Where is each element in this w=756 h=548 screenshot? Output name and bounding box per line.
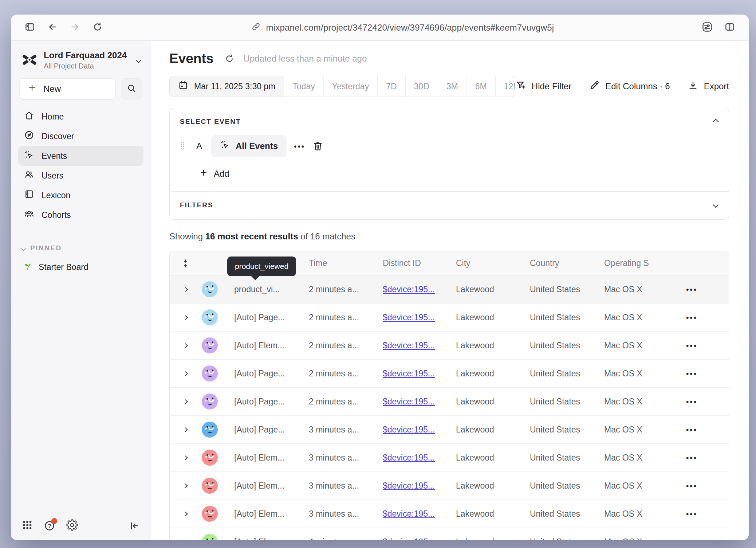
event-name-cell[interactable]: [Auto] Elem... [223,453,309,463]
distinct-id-link[interactable]: $device:195... [383,285,435,294]
date-picker-button[interactable]: Mar 11, 2025 3:30 pm [170,76,284,97]
column-header-country[interactable]: Country [530,258,604,268]
table-row[interactable]: [Auto] Elem...3 minutes a...$device:195.… [170,444,729,472]
column-header-city[interactable]: City [456,258,530,268]
row-actions-button[interactable]: ••• [686,510,697,518]
event-name-cell[interactable]: [Auto] Page... [223,369,309,379]
row-expand-button[interactable] [170,400,201,403]
event-name-cell[interactable]: [Auto] Elem... [223,341,309,351]
event-name-cell[interactable]: [Auto] Page... [223,425,309,435]
row-expand-button[interactable] [170,344,201,347]
chevron-up-icon[interactable] [714,118,718,125]
table-row[interactable]: [Auto] Elem...4 minutes a...$device:195.… [170,528,729,540]
range-today-button[interactable]: Today [284,76,323,97]
events-table: product_viewed Time Distinct ID City Cou… [169,251,729,540]
table-row[interactable]: [Auto] Elem...3 minutes a...$device:195.… [170,500,729,528]
row-actions-button[interactable]: ••• [686,538,697,540]
row-actions-button[interactable]: ••• [686,314,697,321]
row-actions-button[interactable]: ••• [686,426,697,434]
table-row[interactable]: [Auto] Page...3 minutes a...$device:195.… [170,416,729,444]
url-text: mixpanel.com/project/3472420/view/397469… [266,23,554,33]
event-selector-chip[interactable]: All Events [211,135,287,157]
range-6m-button[interactable]: 6M [466,76,495,97]
row-actions-button[interactable]: ••• [686,342,697,349]
browser-back-button[interactable] [43,19,62,36]
sidebar-item-home[interactable]: Home [18,107,143,126]
refresh-results-button[interactable] [224,54,235,64]
table-row[interactable]: [Auto] Page...2 minutes a...$device:195.… [170,360,729,388]
pinned-header[interactable]: PINNED [18,244,143,252]
event-name-cell[interactable]: [Auto] Elem... [223,537,309,540]
row-expand-button[interactable] [170,372,201,375]
distinct-id-link[interactable]: $device:195... [383,537,435,540]
distinct-id-link[interactable]: $device:195... [383,425,435,434]
sidebar-item-lexicon[interactable]: Lexicon [18,185,143,205]
browser-page-settings-button[interactable] [698,19,717,36]
row-actions-button[interactable]: ••• [686,286,697,293]
distinct-id-link[interactable]: $device:195... [383,397,435,406]
help-button[interactable]: ? [44,520,55,532]
event-name-cell[interactable]: [Auto] Page... [223,313,309,322]
distinct-id-link[interactable]: $device:195... [383,453,435,462]
range-30d-button[interactable]: 30D [405,76,438,97]
avatar-face-icon [201,533,218,540]
export-button[interactable]: Export [688,80,729,93]
distinct-id-link[interactable]: $device:195... [383,313,435,322]
range-7d-button[interactable]: 7D [377,76,405,97]
distinct-id-link[interactable]: $device:195... [383,481,435,490]
collapse-all-rows-button[interactable] [170,258,201,269]
row-actions-button[interactable]: ••• [686,370,697,377]
event-avatar [201,309,223,326]
time-cell: 3 minutes a... [309,425,383,435]
range-3m-button[interactable]: 3M [438,76,466,97]
sidebar-item-discover[interactable]: Discover [18,126,143,146]
sidebar-item-users[interactable]: Users [18,166,143,185]
new-button[interactable]: New [20,78,116,99]
row-expand-button[interactable] [170,428,201,431]
project-switcher[interactable]: Lord Farquaad 2024 All Project Data [18,48,143,78]
table-row[interactable]: [Auto] Elem...2 minutes a...$device:195.… [170,332,729,360]
row-expand-button[interactable] [170,456,201,459]
row-expand-button[interactable] [170,288,201,291]
row-actions-button[interactable]: ••• [686,454,697,462]
row-actions-button[interactable]: ••• [686,398,697,406]
distinct-id-link[interactable]: $device:195... [383,509,435,518]
event-name-cell[interactable]: product_vi... [223,285,309,294]
event-name-cell[interactable]: [Auto] Page... [223,397,309,407]
drag-handle[interactable] [178,141,187,152]
column-header-os[interactable]: Operating S [604,258,682,268]
browser-split-view-button[interactable] [720,19,739,36]
range-12m-button[interactable]: 12M [495,76,515,97]
hide-filter-button[interactable]: Hide Filter [515,80,571,93]
table-row[interactable]: [Auto] Page...2 minutes a...$device:195.… [170,304,729,332]
browser-forward-button[interactable] [66,19,84,36]
sidebar-item-starter-board[interactable]: Starter Board [18,257,143,277]
sidebar-item-cohorts[interactable]: Cohorts [18,205,143,225]
delete-event-button[interactable] [312,141,323,152]
row-expand-button[interactable] [170,316,201,319]
search-button[interactable] [121,78,142,99]
event-name-cell[interactable]: [Auto] Elem... [223,509,309,519]
address-bar[interactable]: mixpanel.com/project/3472420/view/397469… [111,21,694,34]
range-yesterday-button[interactable]: Yesterday [323,76,377,97]
column-header-distinct-id[interactable]: Distinct ID [383,258,456,268]
row-actions-button[interactable]: ••• [686,482,697,490]
collapse-sidebar-button[interactable] [129,520,140,531]
table-row[interactable]: [Auto] Elem...3 minutes a...$device:195.… [170,472,729,500]
apps-grid-button[interactable] [22,520,33,532]
row-expand-button[interactable] [170,512,201,516]
browser-sidebar-toggle-button[interactable] [20,19,39,36]
add-event-button[interactable]: Add [170,157,729,191]
column-header-time[interactable]: Time [309,258,383,268]
table-row[interactable]: [Auto] Page...2 minutes a...$device:195.… [170,388,729,416]
browser-refresh-button[interactable] [88,19,107,36]
event-name-cell[interactable]: [Auto] Elem... [223,481,309,491]
chevron-down-icon[interactable] [714,202,718,208]
distinct-id-link[interactable]: $device:195... [383,369,435,378]
row-expand-button[interactable] [170,484,201,488]
distinct-id-link[interactable]: $device:195... [383,341,435,350]
event-more-options-button[interactable]: ••• [294,142,305,150]
sidebar-item-events[interactable]: Events [18,146,143,166]
settings-gear-button[interactable] [66,519,78,532]
edit-columns-button[interactable]: Edit Columns · 6 [589,80,670,93]
